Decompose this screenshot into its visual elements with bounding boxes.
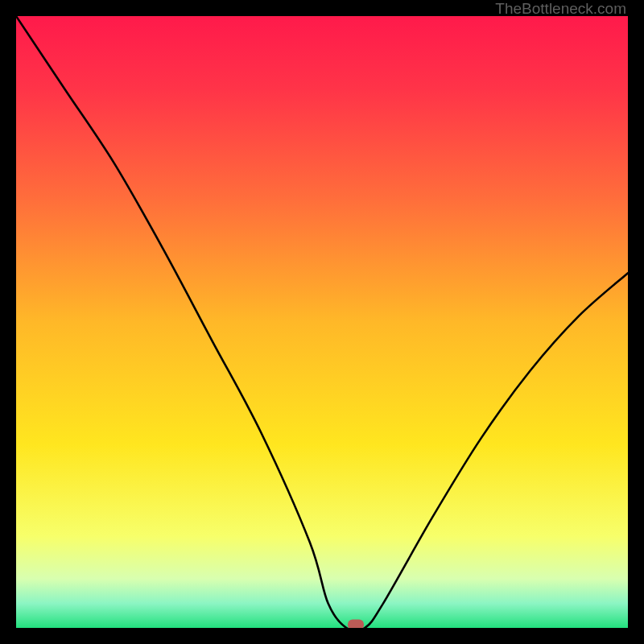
chart-frame: TheBottleneck.com — [0, 0, 644, 644]
bottleneck-curve — [16, 16, 628, 628]
optimal-point-marker — [348, 620, 364, 629]
attribution-text: TheBottleneck.com — [495, 0, 626, 18]
plot-area — [16, 16, 628, 628]
